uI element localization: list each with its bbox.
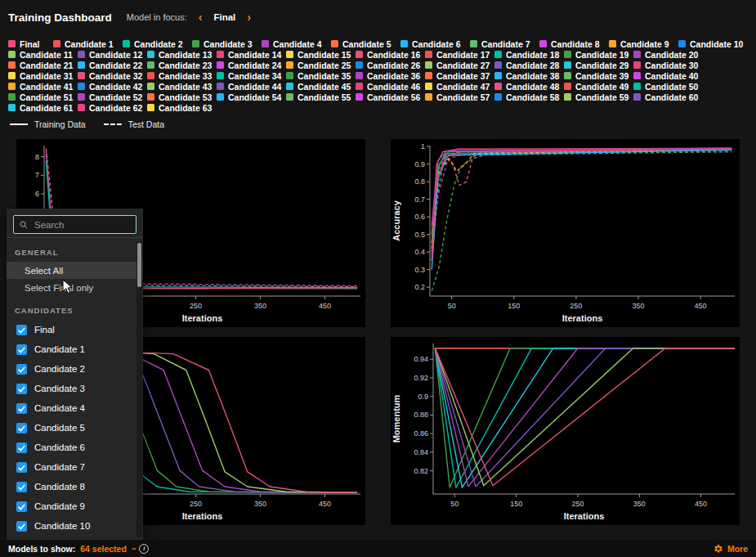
legend-item-candidate-29[interactable]: Candidate 29	[564, 60, 633, 70]
legend-item-candidate-54[interactable]: Candidate 54	[217, 92, 286, 102]
momentum-chart[interactable]: 0.820.840.860.880.90.920.945015025035045…	[391, 337, 740, 525]
prev-model-button[interactable]: ‹	[199, 11, 203, 23]
candidate-row-candidate-9[interactable]: Candidate 9	[7, 496, 143, 516]
legend-item-candidate-15[interactable]: Candidate 15	[286, 49, 356, 60]
legend-item-candidate-12[interactable]: Candidate 12	[78, 49, 147, 60]
legend-item-candidate-8[interactable]: Candidate 8	[539, 38, 609, 49]
candidate-row-candidate-2[interactable]: Candidate 2	[7, 359, 143, 379]
legend-item-candidate-27[interactable]: Candidate 27	[425, 60, 494, 70]
search-box[interactable]	[13, 215, 136, 234]
info-icon[interactable]: i	[139, 544, 149, 554]
legend-item-candidate-38[interactable]: Candidate 38	[494, 70, 564, 81]
legend-item-final[interactable]: Final	[8, 38, 53, 49]
legend-item-candidate-42[interactable]: Candidate 42	[78, 81, 147, 92]
legend-item-candidate-16[interactable]: Candidate 16	[356, 49, 425, 60]
checkbox-checked-icon[interactable]	[16, 442, 27, 453]
checkbox-checked-icon[interactable]	[16, 384, 27, 394]
legend-item-candidate-53[interactable]: Candidate 53	[147, 92, 217, 102]
legend-item-candidate-28[interactable]: Candidate 28	[494, 60, 564, 70]
legend-item-candidate-47[interactable]: Candidate 47	[425, 81, 494, 92]
legend-item-candidate-3[interactable]: Candidate 3	[192, 38, 262, 49]
checkbox-checked-icon[interactable]	[16, 501, 27, 512]
candidate-row-candidate-4[interactable]: Candidate 4	[7, 398, 143, 418]
legend-item-candidate-10[interactable]: Candidate 10	[678, 38, 748, 49]
checkbox-checked-icon[interactable]	[16, 482, 27, 492]
legend-item-candidate-40[interactable]: Candidate 40	[633, 70, 703, 81]
legend-item-candidate-21[interactable]: Candidate 21	[8, 60, 78, 70]
collapse-chevron-icon[interactable]: ›	[128, 547, 138, 550]
accuracy-chart[interactable]: 0.20.30.40.50.60.70.80.9150150250350450I…	[391, 139, 740, 327]
next-model-button[interactable]: ›	[247, 11, 251, 23]
selected-count[interactable]: 64 selected	[80, 544, 127, 554]
legend-item-candidate-63[interactable]: Candidate 63	[147, 102, 217, 113]
legend-item-candidate-36[interactable]: Candidate 36	[356, 70, 425, 81]
legend-item-candidate-18[interactable]: Candidate 18	[494, 49, 564, 60]
legend-item-candidate-2[interactable]: Candidate 2	[123, 38, 192, 49]
legend-item-candidate-61[interactable]: Candidate 61	[8, 102, 78, 113]
legend-item-candidate-7[interactable]: Candidate 7	[470, 38, 539, 49]
legend-item-candidate-48[interactable]: Candidate 48	[494, 81, 564, 92]
legend-item-candidate-5[interactable]: Candidate 5	[331, 38, 400, 49]
candidate-row-candidate-8[interactable]: Candidate 8	[7, 477, 143, 496]
candidate-row-candidate-6[interactable]: Candidate 6	[7, 438, 143, 457]
legend-item-candidate-19[interactable]: Candidate 19	[564, 49, 633, 60]
legend-item-candidate-1[interactable]: Candidate 1	[53, 38, 123, 49]
legend-item-candidate-13[interactable]: Candidate 13	[147, 49, 217, 60]
checkbox-checked-icon[interactable]	[16, 325, 27, 335]
candidate-row-candidate-1[interactable]: Candidate 1	[7, 339, 143, 359]
option-select-all[interactable]: Select All	[7, 262, 143, 279]
legend-item-candidate-6[interactable]: Candidate 6	[400, 38, 470, 49]
legend-item-candidate-22[interactable]: Candidate 22	[78, 60, 147, 70]
chart-canvas-accuracy[interactable]: 0.20.30.40.50.60.70.80.9150150250350450I…	[391, 139, 740, 327]
legend-item-candidate-57[interactable]: Candidate 57	[425, 92, 494, 102]
legend-item-candidate-25[interactable]: Candidate 25	[286, 60, 356, 70]
legend-item-candidate-14[interactable]: Candidate 14	[217, 49, 286, 60]
search-input[interactable]	[33, 219, 131, 231]
candidate-row-candidate-10[interactable]: Candidate 10	[7, 516, 143, 536]
checkbox-checked-icon[interactable]	[16, 364, 27, 375]
more-button[interactable]: More	[714, 544, 748, 554]
candidate-row-candidate-7[interactable]: Candidate 7	[7, 457, 143, 477]
legend-item-candidate-56[interactable]: Candidate 56	[356, 92, 425, 102]
scrollbar-thumb[interactable]	[137, 243, 141, 287]
legend-item-candidate-26[interactable]: Candidate 26	[356, 60, 425, 70]
legend-item-candidate-41[interactable]: Candidate 41	[8, 81, 78, 92]
legend-item-candidate-58[interactable]: Candidate 58	[494, 92, 564, 102]
legend-item-candidate-52[interactable]: Candidate 52	[78, 92, 147, 102]
legend-item-candidate-60[interactable]: Candidate 60	[633, 92, 703, 102]
candidate-row-candidate-3[interactable]: Candidate 3	[7, 379, 143, 398]
legend-item-candidate-35[interactable]: Candidate 35	[286, 70, 356, 81]
legend-item-candidate-62[interactable]: Candidate 62	[78, 102, 147, 113]
legend-item-candidate-9[interactable]: Candidate 9	[609, 38, 678, 49]
option-select-final-only[interactable]: Select Final only	[7, 279, 143, 296]
legend-item-candidate-59[interactable]: Candidate 59	[564, 92, 633, 102]
legend-item-candidate-49[interactable]: Candidate 49	[564, 81, 633, 92]
legend-item-candidate-43[interactable]: Candidate 43	[147, 81, 217, 92]
legend-item-candidate-37[interactable]: Candidate 37	[425, 70, 494, 81]
legend-item-candidate-11[interactable]: Candidate 11	[8, 49, 78, 60]
checkbox-checked-icon[interactable]	[16, 344, 27, 355]
checkbox-checked-icon[interactable]	[16, 423, 27, 433]
legend-item-candidate-51[interactable]: Candidate 51	[8, 92, 78, 102]
checkbox-checked-icon[interactable]	[16, 521, 27, 532]
candidate-row-candidate-5[interactable]: Candidate 5	[7, 418, 143, 438]
legend-item-candidate-4[interactable]: Candidate 4	[262, 38, 331, 49]
legend-item-candidate-23[interactable]: Candidate 23	[147, 60, 217, 70]
legend-item-candidate-34[interactable]: Candidate 34	[217, 70, 286, 81]
dropdown-scrollbar[interactable]	[136, 241, 142, 537]
candidate-row-final[interactable]: Final	[7, 320, 143, 339]
legend-item-candidate-20[interactable]: Candidate 20	[633, 49, 703, 60]
legend-item-candidate-30[interactable]: Candidate 30	[633, 60, 703, 70]
checkbox-checked-icon[interactable]	[16, 462, 27, 473]
legend-item-candidate-32[interactable]: Candidate 32	[78, 70, 147, 81]
legend-item-candidate-17[interactable]: Candidate 17	[425, 49, 494, 60]
legend-item-candidate-33[interactable]: Candidate 33	[147, 70, 217, 81]
legend-item-candidate-24[interactable]: Candidate 24	[217, 60, 286, 70]
legend-item-candidate-50[interactable]: Candidate 50	[633, 81, 703, 92]
legend-item-candidate-39[interactable]: Candidate 39	[564, 70, 633, 81]
legend-item-candidate-46[interactable]: Candidate 46	[356, 81, 425, 92]
legend-item-candidate-45[interactable]: Candidate 45	[286, 81, 356, 92]
legend-item-candidate-44[interactable]: Candidate 44	[217, 81, 286, 92]
chart-canvas-momentum[interactable]: 0.820.840.860.880.90.920.945015025035045…	[391, 337, 740, 525]
legend-item-candidate-55[interactable]: Candidate 55	[286, 92, 356, 102]
